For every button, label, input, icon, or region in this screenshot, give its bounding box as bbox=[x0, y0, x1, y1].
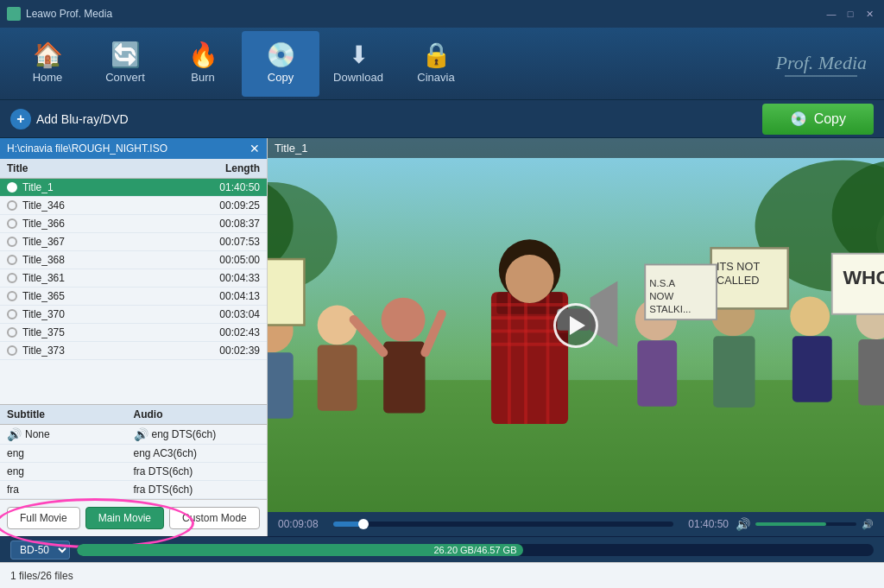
col-length-header: Length bbox=[191, 162, 260, 174]
minimize-button[interactable]: — bbox=[824, 6, 839, 22]
add-icon: + bbox=[10, 109, 31, 130]
close-file-button[interactable]: ✕ bbox=[249, 142, 260, 155]
subtitle-text: eng bbox=[7, 465, 24, 477]
title-name: Title_1 bbox=[22, 181, 191, 193]
volume-bar[interactable] bbox=[755, 522, 856, 526]
nav-copy-label: Copy bbox=[268, 71, 294, 84]
video-title: Title_1 bbox=[268, 138, 884, 158]
svg-text:ITS NOT: ITS NOT bbox=[717, 260, 760, 273]
title-name: Title_367 bbox=[22, 236, 191, 248]
custom-mode-button[interactable]: Custom Mode bbox=[169, 507, 260, 529]
title-row[interactable]: Title_36100:04:33 bbox=[0, 269, 267, 288]
nav-burn[interactable]: 🔥 Burn bbox=[164, 31, 242, 97]
nav-home-label: Home bbox=[33, 71, 63, 84]
video-area: Title_1 bbox=[268, 138, 884, 512]
radio-dot bbox=[7, 200, 17, 211]
title-name: Title_366 bbox=[22, 218, 191, 230]
nav-convert[interactable]: 🔄 Convert bbox=[86, 31, 164, 97]
audio-text: fra DTS(6ch) bbox=[134, 465, 193, 477]
sub-audio-row[interactable]: engfra DTS(6ch) bbox=[0, 463, 267, 481]
svg-rect-23 bbox=[318, 345, 357, 410]
progress-bar[interactable] bbox=[333, 522, 673, 527]
main-movie-button[interactable]: Main Movie bbox=[85, 507, 164, 529]
sub-audio-row[interactable]: frafra DTS(6ch) bbox=[0, 481, 267, 499]
title-row[interactable]: Title_36600:08:37 bbox=[0, 215, 267, 233]
title-bar: Leawo Prof. Media — □ ✕ bbox=[0, 0, 884, 28]
full-movie-button[interactable]: Full Movie bbox=[7, 507, 80, 529]
title-length: 00:04:13 bbox=[191, 290, 260, 302]
status-bar: 1 files/26 files bbox=[0, 562, 884, 588]
title-row[interactable]: Title_37000:03:04 bbox=[0, 306, 267, 324]
sub-audio-row[interactable]: 🔊None🔊eng DTS(6ch) bbox=[0, 425, 267, 445]
subtitle-text: None bbox=[25, 428, 50, 440]
active-audio-icon: 🔊 bbox=[134, 427, 148, 441]
title-length: 00:08:37 bbox=[191, 218, 260, 230]
svg-rect-9 bbox=[491, 303, 568, 307]
mode-buttons-container: Full Movie Main Movie Custom Mode bbox=[0, 499, 267, 536]
svg-rect-38 bbox=[858, 339, 884, 405]
nav-copy[interactable]: 💿 Copy bbox=[242, 31, 319, 97]
copy-button-top[interactable]: 💿 Copy bbox=[762, 104, 874, 135]
add-bluray-dvd-button[interactable]: + Add Blu-ray/DVD bbox=[10, 109, 129, 130]
svg-text:CALLED: CALLED bbox=[717, 274, 759, 287]
subtitle-col: eng bbox=[7, 447, 134, 459]
title-row[interactable]: Title_36800:05:00 bbox=[0, 251, 267, 269]
nav-home[interactable]: 🏠 Home bbox=[9, 31, 86, 97]
svg-rect-25 bbox=[383, 342, 425, 414]
add-label: Add Blu-ray/DVD bbox=[36, 112, 129, 126]
title-bar-left: Leawo Prof. Media bbox=[7, 7, 112, 21]
progress-thumb[interactable] bbox=[358, 519, 369, 529]
radio-dot bbox=[7, 327, 17, 338]
close-button[interactable]: ✕ bbox=[862, 6, 877, 22]
radio-dot bbox=[7, 291, 17, 301]
sub-audio-row[interactable]: engeng AC3(6ch) bbox=[0, 445, 267, 463]
title-length: 00:02:43 bbox=[191, 326, 260, 338]
burn-icon: 🔥 bbox=[188, 43, 218, 67]
cinavia-icon: 🔒 bbox=[421, 43, 451, 67]
svg-text:N.S.A: N.S.A bbox=[649, 278, 675, 288]
title-list[interactable]: Title_101:40:50Title_34600:09:25Title_36… bbox=[0, 179, 267, 404]
table-header: Title Length bbox=[0, 159, 267, 179]
svg-text:NOW: NOW bbox=[649, 291, 673, 301]
copy-disc-icon: 💿 bbox=[790, 111, 807, 127]
audio-col: eng AC3(6ch) bbox=[134, 447, 261, 459]
svg-rect-13 bbox=[508, 292, 511, 424]
svg-rect-12 bbox=[491, 343, 568, 346]
volume-control: 🔊 🔊 bbox=[736, 517, 874, 531]
svg-rect-31 bbox=[713, 336, 755, 408]
title-length: 00:09:25 bbox=[191, 199, 260, 212]
svg-rect-15 bbox=[546, 292, 550, 424]
nav-convert-label: Convert bbox=[105, 71, 145, 84]
audio-col: fra DTS(6ch) bbox=[134, 484, 261, 496]
title-row[interactable]: Title_36500:04:13 bbox=[0, 288, 267, 306]
audio-col: fra DTS(6ch) bbox=[134, 465, 261, 477]
nav-download[interactable]: ⬇ Download bbox=[319, 31, 397, 97]
title-row[interactable]: Title_36700:07:53 bbox=[0, 233, 267, 251]
title-row[interactable]: Title_101:40:50 bbox=[0, 179, 267, 197]
video-thumbnail: ITS NOT CALLED KEEP 19... WHO bbox=[268, 138, 884, 512]
app-title: Leawo Prof. Media bbox=[26, 8, 112, 20]
audio-text: eng DTS(6ch) bbox=[152, 428, 217, 440]
window-controls[interactable]: — □ ✕ bbox=[824, 6, 877, 22]
nav-download-label: Download bbox=[333, 71, 383, 84]
download-icon: ⬇ bbox=[349, 43, 369, 67]
title-name: Title_368 bbox=[22, 254, 191, 266]
title-name: Title_370 bbox=[22, 308, 191, 320]
brand-logo: Prof. Media bbox=[776, 51, 868, 76]
sub-audio-list[interactable]: 🔊None🔊eng DTS(6ch)engeng AC3(6ch)engfra … bbox=[0, 425, 267, 499]
title-name: Title_375 bbox=[22, 326, 191, 338]
home-icon: 🏠 bbox=[33, 43, 63, 67]
svg-rect-14 bbox=[524, 292, 527, 424]
main-content: H:\cinavia file\ROUGH_NIGHT.ISO ✕ Title … bbox=[0, 138, 884, 536]
nav-cinavia[interactable]: 🔒 Cinavia bbox=[397, 31, 475, 97]
svg-point-17 bbox=[505, 255, 553, 303]
title-row[interactable]: Title_37300:02:39 bbox=[0, 342, 267, 360]
bd-select[interactable]: BD-50 bbox=[10, 541, 70, 560]
title-row[interactable]: Title_34600:09:25 bbox=[0, 197, 267, 215]
file-path-bar: H:\cinavia file\ROUGH_NIGHT.ISO ✕ bbox=[0, 138, 267, 159]
maximize-button[interactable]: □ bbox=[843, 6, 858, 22]
title-name: Title_361 bbox=[22, 272, 191, 284]
play-button[interactable] bbox=[553, 303, 598, 348]
title-row[interactable]: Title_37500:02:43 bbox=[0, 324, 267, 342]
right-panel: Title_1 bbox=[268, 138, 884, 536]
